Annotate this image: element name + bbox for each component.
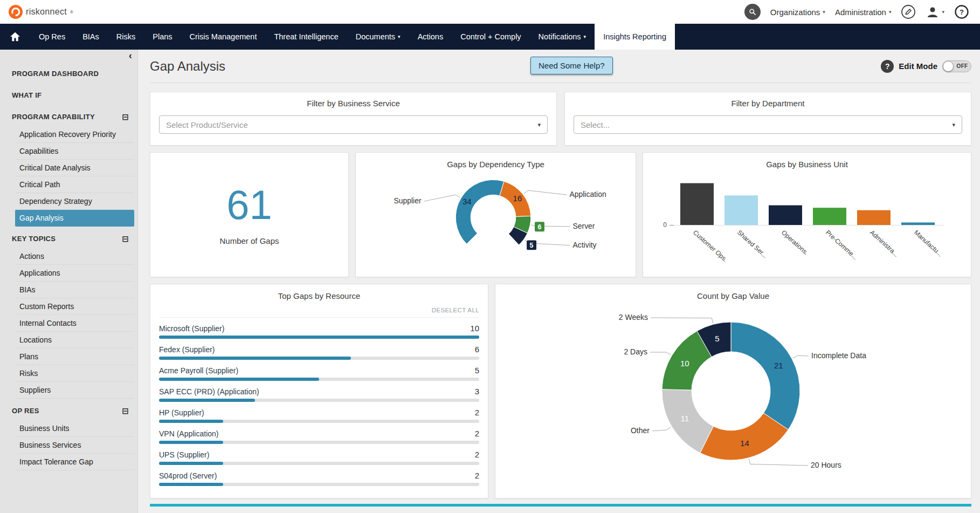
chart-title: Gaps by Dependency Type — [356, 160, 636, 169]
sidebar-section-title: KEY TOPICS — [12, 235, 56, 243]
donut-segment-supplier[interactable] — [456, 180, 504, 244]
resource-label[interactable]: UPS (Supplier) — [159, 450, 209, 459]
number-of-gaps-card: 61 Number of Gaps — [150, 152, 349, 277]
sidebar-item-critical-date-analysis[interactable]: Critical Date Analysis — [15, 160, 134, 176]
collapse-section-icon[interactable]: ⊟ — [122, 114, 129, 120]
resource-bar-fill — [159, 336, 479, 339]
nav-item-bias[interactable]: BIAs — [74, 24, 108, 50]
brand-logo[interactable]: riskonnect ® — [9, 5, 73, 19]
bar-operations[interactable] — [769, 206, 802, 225]
sidebar-item-actions[interactable]: Actions — [15, 248, 134, 265]
business-service-select[interactable]: Select Product/Service ▾ — [159, 115, 548, 134]
edit-mode-toggle[interactable]: OFF — [942, 60, 971, 72]
resource-row-microsoft-supplier[interactable]: Microsoft (Supplier)10 — [159, 324, 479, 339]
bar-administra[interactable] — [857, 210, 891, 225]
bar-pre-comme[interactable] — [813, 208, 846, 225]
nav-item-control-comply[interactable]: Control + Comply — [452, 24, 529, 50]
sidebar-section-title: OP RES — [12, 407, 39, 415]
nav-item-notifications[interactable]: Notifications▾ — [530, 24, 595, 50]
filters-row: Filter by Business Service Select Produc… — [150, 92, 971, 146]
sidebar-item-internal-contacts[interactable]: Internal Contacts — [15, 315, 134, 332]
sidebar-item-bias[interactable]: BIAs — [15, 282, 134, 298]
resource-row-ups-supplier[interactable]: UPS (Supplier)2 — [159, 450, 479, 465]
sidebar-item-application-recovery-priority[interactable]: Application Recovery Priority — [15, 126, 134, 143]
registered-mark: ® — [70, 10, 73, 15]
question-icon[interactable]: ? — [881, 60, 894, 73]
sidebar-section-key-topics[interactable]: KEY TOPICS⊟ — [0, 229, 137, 248]
resource-row-s04prod-server[interactable]: S04prod (Server)2 — [159, 471, 479, 486]
resource-label[interactable]: Acme Payroll (Supplier) — [159, 366, 238, 375]
filter-title: Filter by Business Service — [159, 99, 548, 108]
nav-item-insights-reporting[interactable]: Insights Reporting — [595, 24, 675, 50]
resource-row-vpn-application[interactable]: VPN (Application)2 — [159, 429, 479, 444]
segment-value: 5 — [530, 242, 534, 249]
user-icon — [926, 5, 940, 19]
resource-label[interactable]: Fedex (Supplier) — [159, 345, 215, 354]
sidebar-section-op-res[interactable]: OP RES⊟ — [0, 401, 137, 420]
main-content: Gap Analysis Need Some Help? ? Edit Mode… — [138, 50, 980, 513]
organizations-menu[interactable]: Organizations ▾ — [770, 8, 825, 17]
resource-bar-track — [159, 462, 479, 465]
need-help-button[interactable]: Need Some Help? — [530, 57, 613, 74]
department-select[interactable]: Select... ▾ — [574, 115, 962, 134]
sidebar-item-business-services[interactable]: Business Services — [15, 437, 134, 454]
collapse-section-icon[interactable]: ⊟ — [122, 408, 129, 414]
sidebar-item-locations[interactable]: Locations — [15, 332, 134, 348]
resource-label[interactable]: HP (Supplier) — [159, 408, 204, 417]
nav-item-threat-intelligence[interactable]: Threat Intelligence — [265, 24, 347, 50]
bar-manufactu[interactable] — [901, 222, 935, 225]
sidebar-item-custom-reports[interactable]: Custom Reports — [15, 298, 134, 315]
help-icon[interactable]: ? — [954, 4, 969, 19]
resource-row-hp-supplier[interactable]: HP (Supplier)2 — [159, 408, 479, 423]
resource-label[interactable]: Microsoft (Supplier) — [159, 324, 224, 333]
resource-row-fedex-supplier[interactable]: Fedex (Supplier)6 — [159, 345, 479, 360]
sidebar-item-dependency-strategy[interactable]: Dependency Strategy — [15, 193, 134, 210]
sidebar-section-what-if[interactable]: WHAT IF — [0, 86, 137, 105]
sidebar-item-risks[interactable]: Risks — [15, 365, 134, 382]
resource-value: 10 — [470, 324, 479, 333]
chevron-down-icon: ▾ — [889, 9, 892, 15]
organizations-label: Organizations — [770, 8, 820, 17]
compose-icon[interactable] — [901, 4, 916, 19]
sidebar-section-title: PROGRAM DASHBOARD — [12, 70, 99, 78]
sidebar-item-critical-path[interactable]: Critical Path — [15, 176, 134, 193]
user-menu[interactable]: ▾ — [926, 5, 944, 19]
sidebar-item-capabilities[interactable]: Capabilities — [15, 143, 134, 160]
resource-label[interactable]: SAP ECC (PRD) (Application) — [159, 387, 259, 396]
sidebar-item-gap-analysis[interactable]: Gap Analysis — [15, 210, 134, 227]
nav-item-label: Threat Intelligence — [274, 32, 338, 41]
sidebar-collapse-icon[interactable]: ‹ — [129, 50, 132, 61]
nav-item-label: Risks — [116, 32, 135, 41]
home-icon[interactable] — [0, 24, 30, 50]
nav-item-actions[interactable]: Actions — [409, 24, 452, 50]
bar-shared-ser[interactable] — [724, 195, 758, 225]
donut-segment-incomplete-data[interactable] — [731, 322, 800, 429]
resource-label[interactable]: S04prod (Server) — [159, 471, 217, 480]
nav-item-risks[interactable]: Risks — [108, 24, 144, 50]
sidebar-item-plans[interactable]: Plans — [15, 348, 134, 365]
sidebar-item-business-units[interactable]: Business Units — [15, 420, 134, 437]
sidebar-section-title: PROGRAM CAPABILITY — [12, 113, 95, 121]
sidebar-item-impact-tolerance-gap[interactable]: Impact Tolerance Gap — [15, 454, 134, 470]
deselect-all-link[interactable]: DESELECT ALL — [159, 307, 479, 318]
sidebar-item-applications[interactable]: Applications — [15, 265, 134, 282]
bar-category-label: Pre-Comme... — [824, 229, 859, 261]
nav-item-op-res[interactable]: Op Res — [30, 24, 74, 50]
collapse-section-icon[interactable]: ⊟ — [122, 236, 129, 242]
resource-row-acme-payroll-supplier[interactable]: Acme Payroll (Supplier)5 — [159, 366, 479, 381]
resource-label[interactable]: VPN (Application) — [159, 429, 219, 438]
gap-value-donut-chart: Incomplete Data2120 Hours14Other112 Days… — [495, 300, 971, 489]
nav-item-crisis-management[interactable]: Crisis Management — [181, 24, 266, 50]
resource-bar-fill — [159, 357, 351, 360]
chart-title: Count by Gap Value — [495, 291, 971, 300]
resource-row-sap-ecc-prd-application[interactable]: SAP ECC (PRD) (Application)3 — [159, 387, 479, 402]
nav-item-plans[interactable]: Plans — [144, 24, 181, 50]
sidebar-section-program-dashboard[interactable]: PROGRAM DASHBOARD — [0, 64, 137, 83]
sidebar-section-program-capability[interactable]: PROGRAM CAPABILITY⊟ — [0, 107, 137, 126]
search-icon[interactable] — [744, 4, 761, 20]
bar-customer-ops[interactable] — [680, 183, 714, 225]
nav-item-documents[interactable]: Documents▾ — [347, 24, 409, 50]
administration-menu[interactable]: Administration ▾ — [835, 8, 892, 17]
riskonnect-logo-icon — [9, 5, 23, 19]
sidebar-item-suppliers[interactable]: Suppliers — [15, 382, 134, 399]
